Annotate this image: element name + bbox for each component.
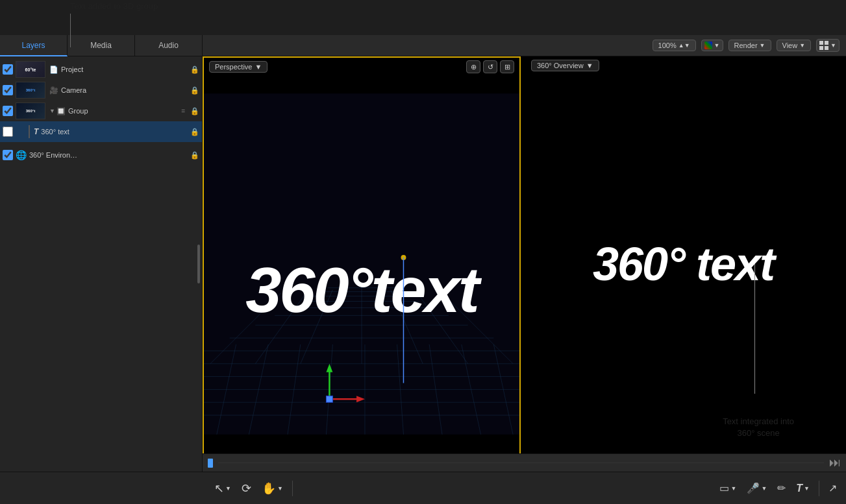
layer-row[interactable]: 360°t ▼ 🔲 Group = 🔒 bbox=[0, 101, 202, 121]
layer-row[interactable]: 60°te 📄 Project 🔒 bbox=[0, 59, 202, 80]
viewport-area: Perspective ▼ ⊕ ↺ ⊞ bbox=[203, 56, 846, 472]
overview-dropdown[interactable]: 360° Overview ▼ bbox=[531, 60, 599, 71]
annotation-bottom-label: Text integrated into 360° scene bbox=[723, 416, 794, 439]
layer-visibility-checkbox[interactable] bbox=[3, 150, 13, 160]
transform-tool-btn[interactable]: ⟳ bbox=[238, 479, 255, 498]
playhead bbox=[208, 459, 213, 468]
expand-tool-btn[interactable]: ↗ bbox=[825, 479, 841, 497]
environment-icon: 🌐 bbox=[16, 150, 27, 160]
header-right-controls: 100% ▲▼ ▼ Render ▼ View ▼ ▼ bbox=[653, 39, 846, 52]
annotation-top-text: Text added to 3D group bbox=[70, 1, 158, 11]
render-btn[interactable]: Render ▼ bbox=[728, 40, 771, 51]
layer-row[interactable]: 360°t 🎥 Camera 🔒 bbox=[0, 80, 202, 101]
timeline-track bbox=[218, 462, 824, 463]
layer-row[interactable]: 🌐 360° Environ… 🔒 bbox=[0, 145, 202, 165]
layer-visibility-checkbox[interactable] bbox=[3, 126, 13, 137]
layer-thumbnail: 360°t bbox=[16, 82, 45, 99]
svg-rect-2 bbox=[819, 46, 823, 50]
layer-row[interactable]: T 360° text 🔒 bbox=[0, 121, 202, 142]
svg-rect-1 bbox=[825, 41, 828, 45]
pen-tool-btn[interactable]: ✏ bbox=[773, 479, 790, 497]
layer-thumbnail: 60°te bbox=[16, 61, 45, 78]
toolbar-sep-2 bbox=[819, 481, 819, 496]
layer-visibility-checkbox[interactable] bbox=[3, 106, 13, 116]
viewport-icon-expand[interactable]: ⊞ bbox=[500, 60, 514, 73]
select-tool-btn[interactable]: ↖ ▼ bbox=[210, 479, 235, 498]
viewport-360-content: 360° text bbox=[521, 56, 846, 472]
expand-arrow: ▼ bbox=[49, 108, 55, 114]
scroll-indicator bbox=[197, 245, 200, 283]
perspective-dropdown[interactable]: Perspective ▼ bbox=[209, 61, 267, 73]
timeline-strip: ⏭ bbox=[203, 453, 846, 472]
viewport-icon-reset[interactable]: ↺ bbox=[483, 60, 497, 73]
annotation-top: Text added to 3D group bbox=[65, 0, 158, 47]
lock-icon: 🔒 bbox=[190, 66, 199, 74]
timeline-end-btn[interactable]: ⏭ bbox=[829, 456, 841, 470]
hand-tool-btn[interactable]: ✋ ▼ bbox=[258, 479, 287, 498]
lock-icon: 🔒 bbox=[190, 151, 199, 160]
svg-text:360°text: 360°text bbox=[245, 254, 482, 326]
document-icon: 📄 bbox=[49, 66, 58, 74]
layer-visibility-checkbox[interactable] bbox=[3, 64, 13, 75]
svg-rect-0 bbox=[819, 41, 823, 45]
viewport-perspective: Perspective ▼ ⊕ ↺ ⊞ bbox=[203, 56, 521, 472]
viewport-icon-crosshair[interactable]: ⊕ bbox=[466, 60, 480, 73]
rect-tool-btn[interactable]: ▭ ▼ bbox=[715, 479, 740, 497]
text-icon: T bbox=[34, 127, 38, 136]
svg-rect-42 bbox=[326, 396, 332, 402]
scene-canvas: 360°text bbox=[204, 58, 519, 470]
color-picker-btn[interactable]: ▼ bbox=[701, 40, 723, 51]
layer-name: 360° Environ… bbox=[29, 151, 188, 159]
view-btn[interactable]: View ▼ bbox=[777, 40, 812, 51]
annotation-line bbox=[754, 264, 755, 394]
svg-rect-3 bbox=[825, 46, 828, 50]
layer-thumbnail: 360°t bbox=[16, 102, 45, 119]
text-360-right: 360° text bbox=[593, 237, 774, 291]
sidebar-layers: 60°te 📄 Project 🔒 360°t 🎥 Camera 🔒 360°t… bbox=[0, 56, 203, 472]
lock-icon: 🔒 bbox=[190, 128, 199, 136]
viewport-360-header: 360° Overview ▼ bbox=[521, 56, 846, 75]
layer-visibility-checkbox[interactable] bbox=[3, 85, 13, 95]
layer-name: Project bbox=[61, 66, 188, 73]
layer-list: 60°te 📄 Project 🔒 360°t 🎥 Camera 🔒 360°t… bbox=[0, 56, 202, 165]
mic-tool-btn[interactable]: 🎤 ▼ bbox=[743, 479, 771, 497]
layer-name: Camera bbox=[61, 86, 188, 94]
toolbar-sep-1 bbox=[292, 481, 293, 496]
layout-btn[interactable]: ▼ bbox=[816, 39, 840, 52]
layer-name: 360° text bbox=[41, 128, 188, 136]
bottom-toolbar: ↖ ▼ ⟳ ✋ ▼ ▭ ▼ 🎤 ▼ ✏ T ▼ ↗ bbox=[0, 472, 846, 504]
camera-icon: 🎥 bbox=[49, 86, 58, 95]
viewport-perspective-header: Perspective ▼ ⊕ ↺ ⊞ bbox=[204, 58, 519, 76]
tab-layers[interactable]: Layers bbox=[0, 35, 68, 56]
group-icon: 🔲 bbox=[56, 107, 66, 115]
layer-name: Group bbox=[68, 107, 181, 115]
lock-icon: 🔒 bbox=[190, 107, 199, 115]
toolbar-right-tools: ▭ ▼ 🎤 ▼ ✏ T ▼ ↗ bbox=[715, 479, 841, 497]
viewport-right-icons: ⊕ ↺ ⊞ bbox=[466, 60, 514, 73]
viewport-360: 360° Overview ▼ 360° text Text integrate… bbox=[521, 56, 846, 472]
lock-icon: 🔒 bbox=[190, 86, 199, 95]
text-tool-btn[interactable]: T ▼ bbox=[792, 480, 814, 497]
zoom-control[interactable]: 100% ▲▼ bbox=[653, 40, 696, 51]
